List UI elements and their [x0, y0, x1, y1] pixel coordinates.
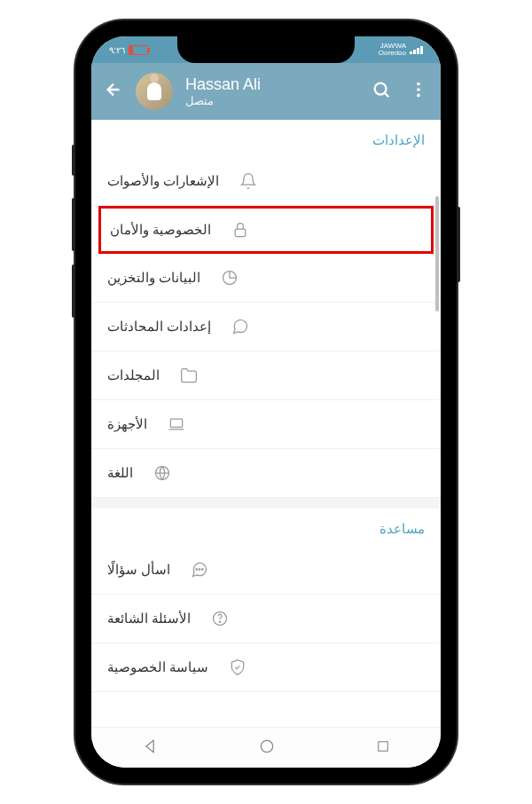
back-button[interactable] [104, 80, 123, 103]
chat-icon [231, 317, 250, 336]
svg-point-3 [417, 94, 420, 98]
bell-icon [239, 171, 258, 191]
app-header: Hassan Ali متصل [91, 63, 441, 120]
section-title-help: مساعدة [91, 508, 441, 546]
help-label: الأسئلة الشائعة [107, 611, 191, 627]
svg-point-1 [417, 83, 420, 86]
settings-item-folders[interactable]: المجلدات [91, 351, 441, 400]
settings-item-notifications[interactable]: الإشعارات والأصوات [91, 157, 441, 206]
svg-rect-4 [235, 229, 246, 236]
profile-status: متصل [185, 94, 359, 107]
settings-label: الأجهزة [107, 416, 147, 432]
svg-point-2 [417, 88, 420, 91]
settings-content: الإعدادات الإشعارات والأصوات الخصوصية وا… [91, 120, 441, 692]
pie-chart-icon [220, 268, 239, 288]
battery-icon [129, 45, 148, 55]
volume-up-button [72, 198, 75, 251]
settings-label: إعدادات المحادثات [107, 319, 211, 335]
svg-rect-14 [379, 741, 388, 751]
settings-label: البيانات والتخزين [107, 270, 200, 286]
settings-item-devices[interactable]: الأجهزة [91, 400, 441, 449]
settings-item-language[interactable]: اللغة [91, 449, 441, 498]
more-button[interactable] [409, 80, 428, 103]
svg-point-9 [199, 569, 200, 571]
status-time: ٩:٢٦ [109, 45, 125, 55]
svg-point-13 [261, 740, 272, 752]
search-button[interactable] [372, 80, 391, 103]
folder-icon [179, 366, 199, 385]
help-label: اسأل سؤالًا [107, 562, 170, 578]
settings-label: اللغة [107, 465, 133, 481]
settings-item-chats[interactable]: إعدادات المحادثات [91, 303, 441, 351]
nav-home-button[interactable] [258, 737, 276, 759]
side-button [72, 145, 75, 176]
volume-down-button [72, 264, 75, 318]
help-label: سياسة الخصوصية [107, 659, 208, 675]
laptop-icon [167, 414, 186, 434]
scroll-indicator [435, 196, 439, 311]
help-item-privacy-policy[interactable]: سياسة الخصوصية [91, 643, 441, 692]
avatar[interactable] [136, 73, 173, 110]
profile-name: Hassan Ali [185, 75, 359, 94]
phone-frame: ٩:٢٦ JAWWA Ooredoo Hassan Ali [75, 20, 457, 784]
screen: ٩:٢٦ JAWWA Ooredoo Hassan Ali [91, 36, 441, 768]
section-title-settings: الإعدادات [91, 120, 441, 157]
power-button [457, 207, 460, 282]
svg-point-10 [202, 569, 204, 571]
svg-point-0 [375, 83, 387, 95]
settings-label: الإشعارات والأصوات [107, 173, 219, 189]
carrier-2: Ooredoo [379, 50, 406, 57]
signal-icon [410, 46, 423, 54]
nav-back-button[interactable] [141, 737, 159, 759]
section-gap [91, 498, 441, 508]
question-icon [210, 609, 230, 628]
svg-point-8 [196, 569, 198, 571]
message-dots-icon [190, 560, 209, 579]
notch [177, 36, 355, 63]
nav-recent-button[interactable] [375, 738, 391, 758]
svg-rect-6 [170, 419, 182, 427]
android-nav-bar [91, 727, 441, 768]
help-item-faq[interactable]: الأسئلة الشائعة [91, 595, 441, 643]
settings-item-data[interactable]: البيانات والتخزين [91, 254, 441, 303]
lock-icon [231, 220, 250, 240]
settings-label: الخصوصية والأمان [110, 222, 211, 238]
settings-label: المجلدات [107, 367, 160, 383]
settings-item-privacy[interactable]: الخصوصية والأمان [98, 206, 434, 254]
shield-check-icon [228, 658, 247, 677]
help-item-ask[interactable]: اسأل سؤالًا [91, 546, 441, 595]
globe-icon [153, 463, 172, 483]
svg-point-12 [220, 621, 221, 622]
